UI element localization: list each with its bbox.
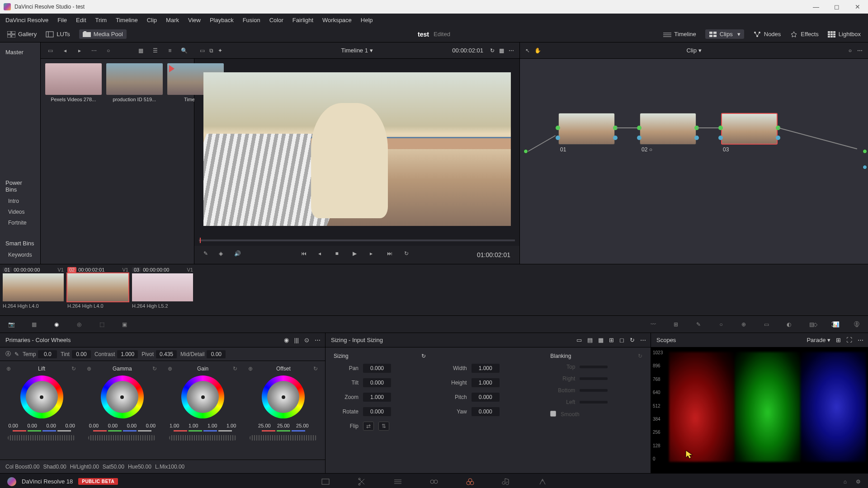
wheel-value[interactable]: 1.00 <box>224 423 239 428</box>
node-graph[interactable]: 01 02 ○ 03 <box>520 59 868 264</box>
wheel-reset-icon[interactable]: ↻ <box>152 366 157 372</box>
search-icon[interactable]: 🔍 <box>179 45 190 56</box>
lightbox-toggle[interactable]: Lightbox <box>828 29 861 39</box>
menu-edit[interactable]: Edit <box>76 17 86 23</box>
sizing-mode5-icon[interactable]: ◻ <box>619 337 624 343</box>
info-icon[interactable]: ⓘ <box>852 319 862 329</box>
color-wheels-icon[interactable]: ◉ <box>52 319 61 329</box>
qualifier-icon[interactable]: ✎ <box>693 319 703 329</box>
motion-effects-icon[interactable]: ▣ <box>119 319 129 329</box>
node-02[interactable]: 02 ○ <box>640 113 696 153</box>
step-back-button[interactable]: ◂ <box>318 250 327 259</box>
gallery-toggle[interactable]: Gallery <box>7 31 37 38</box>
chevron-left-icon[interactable]: ◂ <box>60 45 71 56</box>
node-input-anchor[interactable] <box>524 149 528 154</box>
sizing-mode4-icon[interactable]: ⊞ <box>609 337 614 343</box>
tracking-icon[interactable]: ⊕ <box>739 319 749 329</box>
width-value[interactable]: 1.000 <box>472 364 500 373</box>
effects-toggle[interactable]: Effects <box>790 29 819 39</box>
nodes-toggle[interactable]: Nodes <box>753 29 781 39</box>
wheel-value[interactable]: 25.00 <box>257 423 272 428</box>
stop-button[interactable]: ■ <box>335 250 344 259</box>
qualifier-icon[interactable]: ✎ <box>203 250 212 259</box>
viewer-frame[interactable] <box>203 72 511 226</box>
color-wheel[interactable] <box>181 375 224 418</box>
menu-color[interactable]: Color <box>269 17 283 23</box>
wheel-value[interactable]: 1.00 <box>167 423 182 428</box>
sizing-reset-icon[interactable]: ↻ <box>630 337 635 343</box>
sizing-mode1-icon[interactable]: ▭ <box>576 337 582 343</box>
mid-value[interactable]: 0.00 <box>207 350 226 358</box>
color-wheel[interactable] <box>101 375 144 418</box>
node-03[interactable]: 03 <box>721 113 778 153</box>
warper-icon[interactable]: ⊞ <box>671 319 681 329</box>
home-icon[interactable]: ⌂ <box>844 479 847 485</box>
color-wheel[interactable] <box>262 375 305 418</box>
height-value[interactable]: 1.000 <box>472 378 500 387</box>
list-view-button[interactable]: ≡ <box>165 45 175 56</box>
jog-wheel[interactable] <box>250 435 317 441</box>
log-mode-icon[interactable]: ⊙ <box>304 337 309 343</box>
loop-button[interactable]: ↻ <box>404 250 413 259</box>
wheel-value[interactable]: 1.00 <box>186 423 201 428</box>
wheel-value[interactable]: 1.00 <box>205 423 220 428</box>
powerbin-videos[interactable]: Videos <box>0 206 40 217</box>
slider-icon[interactable]: ○ <box>103 45 114 56</box>
flip-v-button[interactable]: ⇅ <box>378 422 389 431</box>
mediapool-toggle[interactable]: Media Pool <box>79 29 127 39</box>
window-maximize-button[interactable]: ◻ <box>826 0 847 14</box>
wheel-value[interactable]: 25.00 <box>276 423 291 428</box>
wheel-value[interactable]: 25.00 <box>295 423 310 428</box>
menu-view[interactable]: View <box>188 17 201 23</box>
zoom-value[interactable]: 1.000 <box>363 393 391 402</box>
playhead[interactable] <box>200 238 201 243</box>
sizing-mode2-icon[interactable]: ▤ <box>587 337 593 343</box>
hdr-wheels-icon[interactable]: ◎ <box>74 319 84 329</box>
node-01[interactable]: 01 <box>558 113 615 153</box>
hilight-value[interactable]: 0.00 <box>88 464 99 470</box>
shad-value[interactable]: 0.00 <box>56 464 66 470</box>
clip-thumb-01[interactable]: 0100:00:00:00V1 H.264 High L4.0 <box>3 266 64 314</box>
pivot-value[interactable]: 0.435 <box>156 350 177 358</box>
menu-mark[interactable]: Mark <box>166 17 179 23</box>
clips-toggle[interactable]: Clips▾ <box>705 29 744 39</box>
page-deliver[interactable] <box>537 476 548 487</box>
settings-icon[interactable]: ⚙ <box>856 479 861 485</box>
strip-view-button[interactable]: ☰ <box>150 45 161 56</box>
wheel-value[interactable]: 0.00 <box>143 423 158 428</box>
viewer-refresh-icon[interactable]: ↻ <box>490 47 495 54</box>
window-icon[interactable]: ○ <box>716 319 726 329</box>
node-options-icon[interactable]: ⋯ <box>857 47 863 54</box>
viewer-options-icon[interactable]: ⋯ <box>509 47 514 54</box>
media-clip[interactable]: Pexels Videos 278... <box>45 63 102 102</box>
viewer-timecode-top[interactable]: 00:00:02:01 <box>452 47 483 54</box>
scope-opts2-icon[interactable]: ⛶ <box>846 337 852 343</box>
tint-value[interactable]: 0.00 <box>72 350 91 358</box>
flip-h-button[interactable]: ⇄ <box>363 422 374 431</box>
pitch-value[interactable]: 0.000 <box>472 393 500 402</box>
jog-wheel[interactable] <box>169 435 237 441</box>
temp-value[interactable]: 0.0 <box>38 350 57 358</box>
node-slider-icon[interactable]: ○ <box>849 47 852 54</box>
options-icon[interactable]: ⋯ <box>89 45 99 56</box>
viewer-bypass-icon[interactable]: ▦ <box>499 47 504 54</box>
scope-opts3-icon[interactable]: ⋯ <box>858 337 863 343</box>
scopes-icon[interactable]: 📊 <box>831 319 841 329</box>
curves-icon[interactable]: 〰 <box>648 319 658 329</box>
wheel-value[interactable]: 0.00 <box>86 423 101 428</box>
keyframe-icon[interactable]: ◇ <box>810 319 820 329</box>
contrast-value[interactable]: 1.000 <box>117 350 138 358</box>
jog-wheel[interactable] <box>88 435 156 441</box>
node-arrow-icon[interactable]: ↖ <box>525 47 530 54</box>
wheel-picker-icon[interactable]: ⊕ <box>87 366 91 372</box>
folder-view-icon[interactable]: ▭ <box>45 45 56 56</box>
luts-toggle[interactable]: LUTs <box>46 31 70 38</box>
magic-mask-icon[interactable]: ▭ <box>761 319 771 329</box>
color-wheel[interactable] <box>20 375 63 418</box>
viewer-tool-icon[interactable]: ▭ <box>200 47 205 54</box>
wheel-picker-icon[interactable]: ⊕ <box>168 366 172 372</box>
page-fusion[interactable] <box>429 476 439 487</box>
node-alpha-anchor[interactable] <box>863 165 867 169</box>
wheel-value[interactable]: 0.00 <box>43 423 59 428</box>
wheel-value[interactable]: 0.00 <box>5 423 21 428</box>
